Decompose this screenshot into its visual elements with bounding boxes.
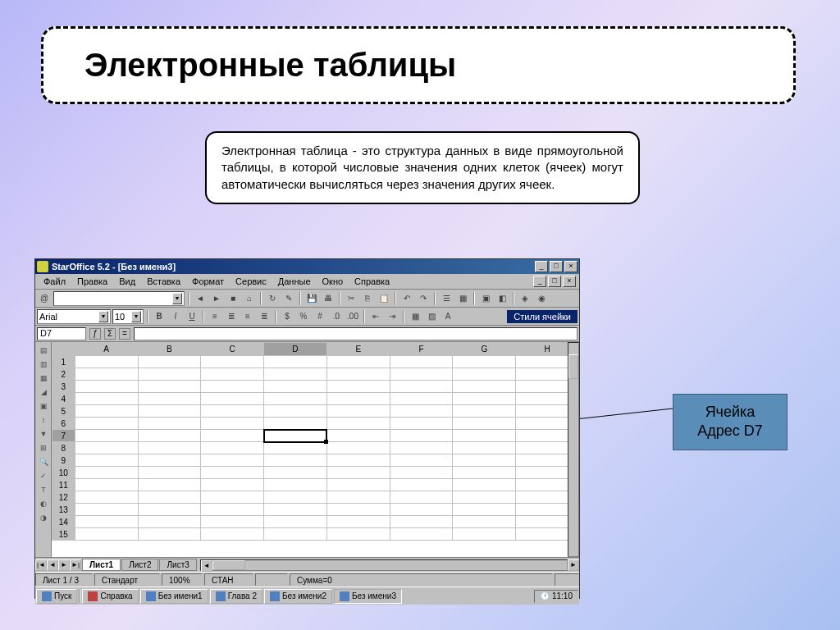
lt-insert-icon[interactable]: ▤ bbox=[37, 344, 50, 357]
lt-image-icon[interactable]: ▦ bbox=[37, 372, 50, 385]
doc-maximize[interactable]: □ bbox=[548, 276, 561, 287]
spreadsheet-grid[interactable]: ABCDEFGH123456789101112131415 bbox=[52, 342, 579, 541]
cell-A4[interactable] bbox=[75, 393, 138, 405]
indent-inc-icon[interactable]: ⇥ bbox=[385, 309, 399, 324]
cell-F12[interactable] bbox=[390, 491, 453, 504]
reload-icon[interactable]: ↻ bbox=[265, 291, 280, 306]
menu-insert[interactable]: Вставка bbox=[142, 276, 185, 287]
menu-file[interactable]: Файл bbox=[39, 276, 71, 287]
edit-icon[interactable]: ✎ bbox=[281, 291, 296, 306]
lt-spell-icon[interactable]: ✓ bbox=[37, 469, 50, 482]
col-header-G[interactable]: G bbox=[453, 343, 516, 356]
row-header-13[interactable]: 13 bbox=[52, 504, 75, 516]
close-button[interactable]: × bbox=[564, 261, 578, 272]
percent-icon[interactable]: % bbox=[296, 309, 311, 324]
undo-icon[interactable]: ↶ bbox=[399, 291, 414, 306]
align-justify-icon[interactable]: ≣ bbox=[257, 309, 272, 324]
dec-inc-icon[interactable]: .0 bbox=[329, 309, 344, 324]
cell-G3[interactable] bbox=[453, 381, 516, 393]
cell-D11[interactable] bbox=[264, 479, 327, 491]
cell-F15[interactable] bbox=[390, 528, 453, 541]
cell-B10[interactable] bbox=[138, 467, 201, 479]
tab-last-icon[interactable]: ►| bbox=[70, 559, 81, 571]
cell-B2[interactable] bbox=[138, 368, 201, 381]
cell-D3[interactable] bbox=[264, 381, 327, 393]
lt-draw-icon[interactable]: ◢ bbox=[37, 386, 50, 399]
cell-F2[interactable] bbox=[390, 368, 453, 381]
bgcolor-icon[interactable]: ▨ bbox=[424, 309, 439, 324]
fwd-icon[interactable]: ► bbox=[209, 291, 224, 306]
cell-E2[interactable] bbox=[326, 368, 390, 381]
cell-G11[interactable] bbox=[453, 479, 516, 491]
task-doc1[interactable]: Без имени1 bbox=[140, 589, 208, 604]
doc-close[interactable]: × bbox=[563, 276, 576, 287]
row-header-4[interactable]: 4 bbox=[52, 393, 75, 405]
cell-E9[interactable] bbox=[326, 454, 390, 467]
cell-E4[interactable] bbox=[326, 393, 390, 405]
cell-E6[interactable] bbox=[326, 418, 390, 430]
cell-B15[interactable] bbox=[138, 528, 201, 541]
col-header-D[interactable]: D bbox=[264, 343, 327, 356]
cell-A5[interactable] bbox=[75, 405, 138, 418]
row-header-3[interactable]: 3 bbox=[52, 381, 75, 393]
fontcolor-icon[interactable]: A bbox=[441, 309, 455, 324]
cell-G2[interactable] bbox=[453, 368, 516, 381]
sum-icon[interactable]: Σ bbox=[104, 328, 116, 340]
cell-G10[interactable] bbox=[453, 467, 516, 479]
row-header-10[interactable]: 10 bbox=[52, 467, 75, 479]
formula-input[interactable] bbox=[134, 327, 578, 340]
tab-next-icon[interactable]: ► bbox=[58, 559, 70, 571]
cell-C11[interactable] bbox=[201, 479, 264, 491]
row-header-6[interactable]: 6 bbox=[52, 418, 75, 430]
task-help[interactable]: Справка bbox=[82, 589, 138, 604]
row-header-1[interactable]: 1 bbox=[52, 356, 75, 368]
back-icon[interactable]: ◄ bbox=[193, 291, 208, 306]
titlebar[interactable]: StarOffice 5.2 - [Без имени3] _ □ × bbox=[35, 259, 579, 274]
gallery-icon[interactable]: ▦ bbox=[455, 291, 470, 306]
tab-first-icon[interactable]: |◄ bbox=[35, 559, 47, 571]
cell-A3[interactable] bbox=[75, 381, 138, 393]
cell-A9[interactable] bbox=[75, 454, 138, 467]
cell-C10[interactable] bbox=[201, 467, 264, 479]
cell-E5[interactable] bbox=[326, 405, 390, 418]
row-header-7[interactable]: 7 bbox=[52, 430, 75, 442]
cell-E10[interactable] bbox=[326, 467, 390, 479]
cell-A15[interactable] bbox=[75, 528, 138, 541]
cell-D8[interactable] bbox=[264, 442, 327, 454]
cell-E15[interactable] bbox=[326, 528, 390, 541]
minimize-button[interactable]: _ bbox=[535, 261, 548, 272]
cell-F1[interactable] bbox=[390, 356, 453, 368]
bold-icon[interactable]: B bbox=[152, 309, 167, 324]
cell-F14[interactable] bbox=[390, 516, 453, 528]
number-icon[interactable]: # bbox=[313, 309, 327, 324]
cell-A10[interactable] bbox=[75, 467, 138, 479]
cell-A8[interactable] bbox=[75, 442, 138, 454]
row-header-12[interactable]: 12 bbox=[52, 491, 75, 504]
cell-C12[interactable] bbox=[201, 491, 264, 504]
cell-A1[interactable] bbox=[75, 356, 138, 368]
cell-C1[interactable] bbox=[201, 356, 264, 368]
menu-format[interactable]: Формат bbox=[187, 276, 229, 287]
row-header-5[interactable]: 5 bbox=[52, 405, 75, 418]
cell-A2[interactable] bbox=[75, 368, 138, 381]
row-header-8[interactable]: 8 bbox=[52, 442, 75, 454]
cell-F4[interactable] bbox=[390, 393, 453, 405]
cell-B14[interactable] bbox=[138, 516, 201, 528]
grid-corner[interactable] bbox=[52, 343, 75, 356]
cell-G7[interactable] bbox=[453, 430, 516, 442]
tb-icon-1[interactable]: ▣ bbox=[478, 291, 493, 306]
borders-icon[interactable]: ▦ bbox=[408, 309, 422, 324]
cell-B8[interactable] bbox=[138, 442, 201, 454]
col-header-C[interactable]: C bbox=[201, 343, 264, 356]
currency-icon[interactable]: $ bbox=[280, 309, 294, 324]
equals-icon[interactable]: = bbox=[119, 328, 130, 340]
lt-thes-icon[interactable]: Т bbox=[37, 483, 50, 496]
cell-A13[interactable] bbox=[75, 504, 138, 516]
sheet-tab-2[interactable]: Лист2 bbox=[121, 559, 158, 571]
sheet-tab-3[interactable]: Лист3 bbox=[159, 559, 196, 571]
cell-F7[interactable] bbox=[390, 430, 453, 442]
cell-B1[interactable] bbox=[138, 356, 201, 368]
font-combo[interactable]: Arial▾ bbox=[37, 309, 111, 324]
cell-E3[interactable] bbox=[326, 381, 390, 393]
indent-dec-icon[interactable]: ⇤ bbox=[368, 309, 383, 324]
